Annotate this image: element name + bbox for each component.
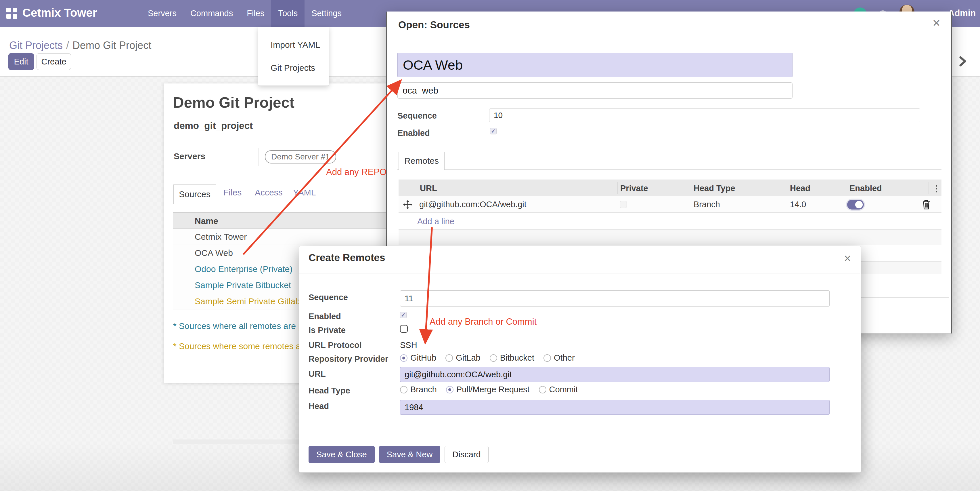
save-and-new-button[interactable]: Save & New bbox=[379, 446, 441, 463]
add-a-line-link[interactable]: Add a line bbox=[417, 217, 454, 226]
enabled-label: Enabled bbox=[309, 312, 341, 321]
radio-label: Bitbucket bbox=[500, 353, 534, 363]
pager-next-icon[interactable] bbox=[956, 55, 969, 68]
delete-row-icon[interactable] bbox=[921, 196, 931, 213]
menu-item-files[interactable]: Files bbox=[240, 0, 271, 27]
menu-item-servers[interactable]: Servers bbox=[141, 0, 183, 27]
apps-grid-square bbox=[6, 14, 11, 19]
menu-item-settings[interactable]: Settings bbox=[304, 0, 348, 27]
radio-gitlab[interactable]: GitLab bbox=[445, 353, 480, 363]
radio-label: Commit bbox=[549, 385, 578, 394]
private-column-header[interactable]: Private bbox=[620, 183, 648, 193]
apps-grid-square bbox=[13, 14, 17, 19]
remote-private-cell bbox=[620, 196, 627, 213]
repository-provider-label: Repository Provider bbox=[309, 354, 388, 364]
name-column-header[interactable]: Name bbox=[195, 216, 218, 226]
annotation-text-branch: Add any Branch or Commit bbox=[430, 317, 536, 327]
source-row-label: Sample Semi Private Gitlab bbox=[195, 297, 300, 306]
column-divider bbox=[192, 215, 192, 226]
save-and-close-button[interactable]: Save & Close bbox=[309, 446, 375, 463]
sequence-label: Sequence bbox=[398, 111, 437, 121]
radio-github[interactable]: GitHub bbox=[400, 353, 436, 363]
tools-dropdown-menu: Import YAML Git Projects bbox=[258, 27, 329, 86]
modal-footer-divider bbox=[299, 436, 860, 436]
repository-provider-radios: GitHub GitLab Bitbucket Other bbox=[400, 353, 575, 363]
create-button[interactable]: Create bbox=[37, 53, 71, 70]
enabled-column-header[interactable]: Enabled bbox=[850, 183, 882, 193]
sequence-input[interactable]: 11 bbox=[400, 290, 830, 306]
close-icon[interactable]: × bbox=[932, 16, 940, 29]
source-row-label: Odoo Enterprise (Private) bbox=[195, 264, 293, 274]
drag-handle-icon[interactable] bbox=[402, 196, 413, 213]
radio-other[interactable]: Other bbox=[544, 353, 575, 363]
kebab-menu-icon[interactable]: ⋮ bbox=[932, 183, 940, 193]
menu-item-commands[interactable]: Commands bbox=[183, 0, 240, 27]
breadcrumb-parent-link[interactable]: Git Projects bbox=[9, 40, 63, 51]
private-checkbox[interactable] bbox=[620, 201, 627, 208]
radio-label: GitHub bbox=[410, 353, 436, 363]
close-icon[interactable]: × bbox=[844, 252, 851, 265]
radio-icon bbox=[544, 354, 551, 362]
menu-item-tools[interactable]: Tools bbox=[271, 0, 304, 27]
radio-icon bbox=[539, 386, 546, 394]
remote-row[interactable]: git@github.com:OCA/web.git Branch 14.0 bbox=[399, 196, 942, 213]
url-label: URL bbox=[309, 369, 326, 379]
source-row-label: Cetmix Tower bbox=[195, 232, 247, 242]
column-divider bbox=[417, 182, 417, 194]
modal-title: Open: Sources bbox=[398, 19, 470, 30]
radio-label: GitLab bbox=[456, 353, 480, 363]
remote-url-cell[interactable]: git@github.com:OCA/web.git bbox=[419, 196, 527, 213]
sources-list-header: Name bbox=[173, 212, 386, 229]
empty-list-row bbox=[399, 230, 942, 245]
remote-head-cell[interactable]: 14.0 bbox=[790, 196, 806, 213]
head-column-header[interactable]: Head bbox=[790, 183, 810, 193]
url-protocol-value: SSH bbox=[400, 341, 417, 350]
legend-note-private: * Sources where all remotes are pri bbox=[173, 321, 308, 331]
tab-sources[interactable]: Sources bbox=[173, 185, 216, 204]
radio-commit[interactable]: Commit bbox=[539, 385, 578, 394]
breadcrumb-separator: / bbox=[63, 40, 72, 51]
radio-bitbucket[interactable]: Bitbucket bbox=[490, 353, 534, 363]
servers-field-label: Servers bbox=[174, 151, 205, 161]
tab-remotes[interactable]: Remotes bbox=[399, 151, 445, 170]
radio-label: Pull/Merge Request bbox=[457, 385, 530, 394]
enabled-toggle[interactable] bbox=[847, 200, 864, 209]
radio-icon bbox=[446, 386, 453, 394]
enabled-checkbox[interactable]: ✓ bbox=[490, 128, 496, 134]
enabled-checkbox[interactable]: ✓ bbox=[400, 312, 407, 318]
app-brand[interactable]: Cetmix Tower bbox=[22, 6, 97, 19]
breadcrumb: Git Projects/Demo Git Project bbox=[9, 40, 151, 51]
sequence-label: Sequence bbox=[309, 293, 348, 302]
breadcrumb-current: Demo Git Project bbox=[72, 40, 151, 51]
head-type-column-header[interactable]: Head Type bbox=[694, 183, 735, 193]
tab-files[interactable]: Files bbox=[223, 188, 242, 198]
radio-icon bbox=[400, 354, 407, 362]
sequence-input[interactable]: 10 bbox=[489, 108, 920, 122]
head-type-radios: Branch Pull/Merge Request Commit bbox=[400, 385, 578, 394]
tab-yaml[interactable]: YAML bbox=[293, 188, 316, 198]
radio-branch[interactable]: Branch bbox=[400, 385, 437, 394]
source-name-input[interactable]: OCA Web bbox=[398, 53, 792, 77]
url-input[interactable]: git@github.com:OCA/web.git bbox=[400, 367, 830, 382]
edit-button[interactable]: Edit bbox=[8, 53, 34, 70]
project-title: Demo Git Project bbox=[173, 94, 294, 111]
radio-icon bbox=[445, 354, 453, 362]
menu-item-git-projects[interactable]: Git Projects bbox=[270, 63, 315, 73]
is-private-checkbox[interactable] bbox=[400, 325, 408, 333]
project-code: demo_git_project bbox=[174, 120, 253, 131]
user-name[interactable]: Admin bbox=[948, 8, 976, 18]
source-row[interactable]: Cetmix Tower bbox=[173, 229, 386, 245]
remote-enabled-cell bbox=[847, 196, 864, 213]
tab-access[interactable]: Access bbox=[255, 188, 283, 198]
radio-icon bbox=[490, 354, 497, 362]
discard-button[interactable]: Discard bbox=[445, 446, 488, 463]
remote-head-type-cell[interactable]: Branch bbox=[694, 196, 720, 213]
url-column-header[interactable]: URL bbox=[420, 183, 437, 193]
menu-item-import-yaml[interactable]: Import YAML bbox=[270, 40, 320, 50]
radio-pull-merge-request[interactable]: Pull/Merge Request bbox=[446, 385, 530, 394]
modal-title: Create Remotes bbox=[309, 252, 385, 263]
apps-grid-icon[interactable] bbox=[6, 8, 17, 19]
source-code-input[interactable]: oca_web bbox=[398, 82, 792, 99]
head-input[interactable]: 1984 bbox=[400, 400, 830, 415]
server-tag[interactable]: Demo Server #1 bbox=[265, 150, 336, 163]
